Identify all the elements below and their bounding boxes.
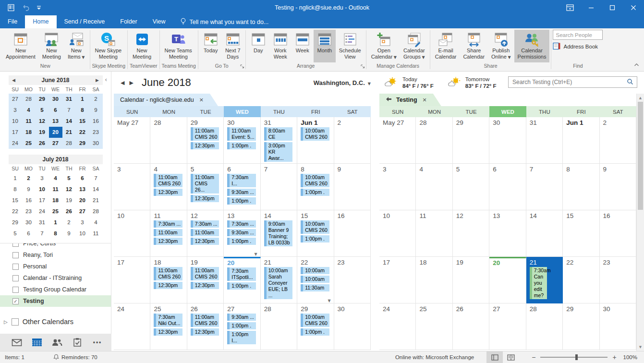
- more-events-icon[interactable]: ▼: [255, 252, 257, 256]
- calendar-cell-25[interactable]: 257:30amNiki Out...12:30pm: [150, 303, 187, 350]
- mini-day-21[interactable]: 21: [62, 127, 76, 138]
- calendar-event[interactable]: 7:30am I...: [227, 174, 255, 187]
- scroll-down-icon[interactable]: ▼: [637, 343, 644, 351]
- mini-day-30[interactable]: 30: [49, 94, 62, 105]
- mini-day-12[interactable]: 12: [36, 116, 49, 127]
- mini-day-15[interactable]: 15: [76, 116, 89, 127]
- calendar-event[interactable]: 12:30pm: [191, 142, 219, 149]
- calendar-cell-20[interactable]: 207:30amITSpotli...1:00pm .: [224, 257, 260, 303]
- checkbox-testing[interactable]: ✓: [12, 298, 19, 304]
- previous-month-icon[interactable]: ◀: [10, 75, 18, 85]
- calendar-event[interactable]: 12:30pm: [154, 189, 182, 196]
- new-meeting-button[interactable]: NewMeeting: [39, 30, 64, 62]
- week-button[interactable]: Week: [292, 30, 314, 62]
- calendar-event[interactable]: 1:00pm .: [227, 282, 255, 290]
- mini-day-22[interactable]: 22: [76, 127, 89, 138]
- calendar-event[interactable]: 12:30pm: [154, 328, 182, 336]
- calendar-cell-30[interactable]: 30: [600, 303, 636, 350]
- mini-day-14[interactable]: 14: [89, 184, 103, 195]
- mini-day-17[interactable]: 17: [9, 127, 22, 138]
- maximize-button[interactable]: [602, 0, 623, 15]
- undo-icon[interactable]: [22, 4, 30, 12]
- new-items-button[interactable]: NewItems ▼: [64, 30, 88, 62]
- mini-day-19[interactable]: 19: [36, 127, 49, 138]
- normal-view-button[interactable]: [486, 351, 503, 363]
- mini-day-29[interactable]: 29: [9, 217, 22, 228]
- calendar-cell-9[interactable]: 9: [600, 164, 636, 210]
- calendar-cell-28[interactable]: 28: [150, 117, 187, 164]
- mini-day-18[interactable]: 18: [49, 195, 62, 206]
- calendar-cell-26[interactable]: 2611:00amCMIS 26012:30pm: [187, 303, 224, 350]
- mini-day-25[interactable]: 25: [49, 206, 62, 217]
- calendar-cell-30[interactable]: 3011:00amEvent: 5...1:00pm .: [224, 117, 260, 164]
- scrollbar-thumb[interactable]: [638, 102, 643, 210]
- calendar-list-item-testing-group-calendar[interactable]: Testing Group Calendar: [0, 284, 111, 295]
- close-calendar-icon[interactable]: ✕: [423, 97, 427, 103]
- calendar-cell-29[interactable]: 29: [563, 303, 599, 350]
- mini-day-8[interactable]: 8: [9, 184, 22, 195]
- mini-day-7[interactable]: 7: [62, 105, 76, 116]
- tab-folder[interactable]: Folder: [112, 15, 145, 28]
- calendar-cell-20[interactable]: 20: [489, 257, 526, 303]
- close-button[interactable]: [623, 0, 644, 15]
- calendar-event[interactable]: 12:30pm: [191, 282, 219, 289]
- checkbox-calendar-itstraining[interactable]: [12, 275, 19, 281]
- mini-day-11[interactable]: 11: [89, 228, 103, 239]
- weather-location[interactable]: Washington, D.C.▼: [314, 79, 371, 86]
- calendar-cell-4[interactable]: 4: [416, 164, 452, 210]
- calendar-event[interactable]: 7:30am ...: [227, 220, 255, 228]
- calendar-cell-10[interactable]: 10: [114, 210, 150, 257]
- calendar-event[interactable]: 10:00am: [301, 267, 329, 274]
- reading-view-button[interactable]: [503, 351, 519, 363]
- calendar-event[interactable]: 7:30amITSpotli...: [227, 267, 255, 281]
- mini-day-27[interactable]: 27: [49, 138, 62, 149]
- mini-day-31[interactable]: 31: [36, 217, 49, 228]
- calendar-event[interactable]: 7:30am ...: [191, 220, 219, 228]
- calendar-event[interactable]: 1:00pm .: [227, 197, 255, 205]
- overlay-arrow-icon[interactable]: [386, 97, 392, 103]
- calendar-cell-24[interactable]: 24: [114, 303, 150, 350]
- dialog-launcher-icon[interactable]: [361, 64, 365, 70]
- mini-day-29[interactable]: 29: [76, 138, 89, 149]
- mini-day-21[interactable]: 21: [89, 195, 103, 206]
- calendar-event[interactable]: 1:00pm I...: [227, 331, 255, 344]
- mini-day-2[interactable]: 2: [89, 94, 103, 105]
- calendar-cell-17[interactable]: 17: [379, 257, 416, 303]
- e-mail-calendar-button[interactable]: E-mailCalendar: [432, 30, 460, 62]
- ribbon-display-options-icon[interactable]: [559, 0, 581, 15]
- calendar-cell-23[interactable]: 23: [334, 257, 371, 303]
- calendar-event[interactable]: 11:00am: [154, 229, 182, 236]
- customize-quick-access-icon[interactable]: [36, 5, 41, 11]
- mini-day-7[interactable]: 7: [89, 173, 103, 184]
- calendar-event[interactable]: 9:30am ...: [227, 314, 255, 321]
- mini-day-3[interactable]: 3: [76, 217, 89, 228]
- next-7-days-button[interactable]: Next 7Days: [222, 30, 244, 62]
- calendar-cell-17[interactable]: 17: [114, 257, 150, 303]
- calendar-cell-6[interactable]: 67:30am I...9:30am ...1:00pm .: [224, 164, 260, 210]
- mini-day-15[interactable]: 15: [9, 195, 22, 206]
- checkbox-testing-group-calendar[interactable]: [12, 287, 19, 293]
- calendar-event[interactable]: 9:00amBanner 9Training;LB 0033b: [264, 220, 292, 246]
- calendar-event[interactable]: 11:00amCMIS 260: [191, 127, 219, 141]
- mini-day-6[interactable]: 6: [22, 228, 36, 239]
- mini-day-9[interactable]: 9: [89, 105, 103, 116]
- mini-day-11[interactable]: 11: [49, 184, 62, 195]
- minimize-folder-pane-icon[interactable]: ‹: [105, 76, 107, 83]
- mini-day-11[interactable]: 11: [22, 116, 36, 127]
- mini-day-22[interactable]: 22: [9, 206, 22, 217]
- calendar-cell-28[interactable]: 28: [416, 117, 452, 164]
- mini-day-8[interactable]: 8: [76, 105, 89, 116]
- today-button[interactable]: Today: [200, 30, 222, 62]
- mini-day-28[interactable]: 28: [22, 94, 36, 105]
- calendar-cell-16[interactable]: 16: [600, 210, 636, 257]
- tell-me-box[interactable]: Tell me what you want to do...: [173, 18, 276, 26]
- calendar-list-item-testing[interactable]: ✓Testing: [0, 295, 111, 307]
- mini-day-2[interactable]: 2: [62, 217, 76, 228]
- calendar-event[interactable]: 3:00pmKR Awar...: [264, 142, 292, 162]
- calendar-cell-22[interactable]: 22: [563, 257, 599, 303]
- calendar-event[interactable]: 10:00amSarahConoyerEUE; LB ...: [264, 267, 292, 299]
- calendar-cell-26[interactable]: 26: [453, 303, 489, 350]
- calendar-event[interactable]: 9:30am ...: [227, 229, 255, 236]
- mini-day-24[interactable]: 24: [36, 206, 49, 217]
- mini-day-1[interactable]: 1: [9, 173, 22, 184]
